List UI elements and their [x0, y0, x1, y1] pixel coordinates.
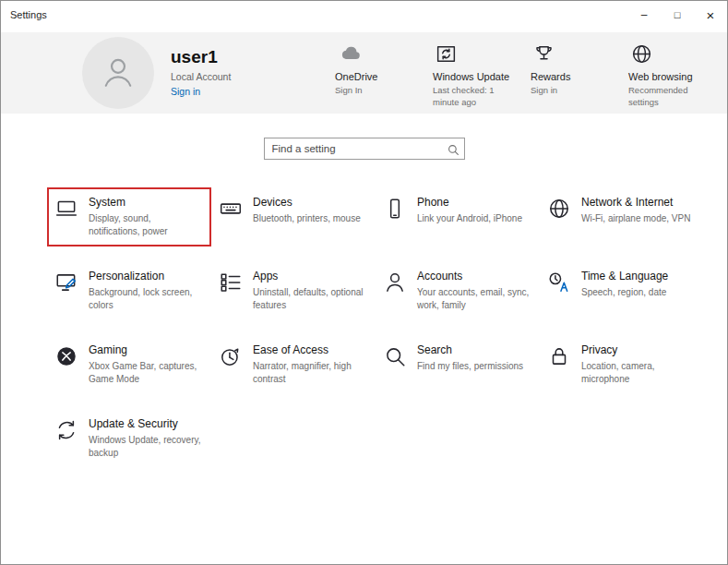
category-privacy[interactable]: Privacy Location, camera, microphone	[540, 335, 704, 394]
category-devices[interactable]: Devices Bluetooth, printers, mouse	[211, 187, 376, 246]
user-name: user1	[171, 47, 309, 67]
avatar[interactable]	[82, 37, 154, 109]
header-item-subtitle: Recommended settings	[628, 85, 717, 109]
window-controls: – □ ×	[627, 1, 727, 29]
category-title: System	[89, 196, 203, 209]
category-title: Accounts	[417, 270, 531, 282]
category-subtitle: Speech, region, date	[581, 286, 668, 299]
header-item-subtitle: Sign In	[335, 85, 363, 97]
header-item-onedrive[interactable]: OneDrive Sign In	[335, 38, 424, 109]
personalization-icon	[54, 270, 78, 298]
category-subtitle: Display, sound, notifications, power	[89, 212, 203, 238]
header-item-title: Windows Update	[433, 71, 509, 82]
maximize-button[interactable]: □	[661, 1, 694, 29]
ease-of-access-icon	[219, 343, 243, 372]
search-box	[264, 138, 465, 160]
privacy-icon	[547, 343, 571, 372]
close-button[interactable]: ×	[694, 1, 727, 29]
header-item-subtitle: Last checked: 1 minute ago	[433, 85, 521, 109]
header-item-windows-update[interactable]: Windows Update Last checked: 1 minute ag…	[433, 38, 521, 109]
web-browsing-globe-icon	[630, 38, 653, 66]
category-subtitle: Wi-Fi, airplane mode, VPN	[581, 212, 690, 225]
rewards-icon	[532, 38, 555, 66]
category-title: Network & Internet	[581, 196, 690, 209]
devices-icon	[219, 196, 243, 224]
window-title: Settings	[1, 9, 47, 20]
category-search[interactable]: Search Find my files, permissions	[376, 335, 540, 394]
user-block: user1 Local Account Sign in	[171, 47, 309, 99]
person-icon	[98, 51, 138, 95]
user-sign-in-link[interactable]: Sign in	[171, 86, 200, 97]
category-phone[interactable]: Phone Link your Android, iPhone	[376, 187, 540, 246]
category-title: Privacy	[581, 343, 696, 356]
settings-window: Settings – □ × user1 Local Account Sign …	[0, 0, 728, 565]
header-item-title: OneDrive	[335, 71, 377, 82]
titlebar: Settings – □ ×	[1, 1, 727, 29]
search-icon[interactable]	[448, 143, 459, 160]
category-time-language[interactable]: Time & Language Speech, region, date	[540, 261, 704, 320]
accounts-icon	[383, 270, 407, 298]
onedrive-cloud-icon	[337, 38, 364, 66]
category-title: Devices	[253, 196, 361, 209]
search-row	[1, 138, 727, 160]
phone-icon	[383, 196, 407, 224]
category-subtitle: Xbox Game Bar, captures, Game Mode	[89, 360, 203, 386]
category-subtitle: Background, lock screen, colors	[89, 286, 203, 312]
category-personalization[interactable]: Personalization Background, lock screen,…	[47, 261, 211, 320]
category-gaming[interactable]: Gaming Xbox Game Bar, captures, Game Mod…	[47, 335, 211, 394]
category-title: Apps	[253, 270, 367, 282]
time-language-icon	[547, 270, 571, 298]
category-subtitle: Bluetooth, printers, mouse	[253, 212, 361, 225]
header: user1 Local Account Sign in OneDrive Sig…	[1, 32, 727, 114]
category-accounts[interactable]: Accounts Your accounts, email, sync, wor…	[376, 261, 540, 320]
header-item-web-browsing[interactable]: Web browsing Recommended settings	[628, 38, 717, 109]
category-title: Phone	[417, 196, 522, 209]
category-subtitle: Location, camera, microphone	[581, 360, 696, 386]
category-title: Personalization	[89, 270, 203, 282]
windows-update-icon	[435, 38, 458, 66]
header-item-rewards[interactable]: Rewards Sign in	[531, 38, 619, 109]
header-quick-items: OneDrive Sign In Windows Update Last che…	[335, 38, 717, 109]
header-item-subtitle: Sign in	[531, 85, 557, 97]
network-internet-icon	[547, 196, 571, 224]
header-item-title: Web browsing	[628, 71, 693, 82]
category-system[interactable]: System Display, sound, notifications, po…	[47, 187, 211, 246]
category-title: Ease of Access	[253, 343, 367, 356]
category-subtitle: Your accounts, email, sync, work, family	[417, 286, 531, 312]
minimize-button[interactable]: –	[627, 1, 661, 29]
category-title: Time & Language	[581, 270, 668, 282]
category-apps[interactable]: Apps Uninstall, defaults, optional featu…	[211, 261, 376, 320]
category-network-internet[interactable]: Network & Internet Wi-Fi, airplane mode,…	[540, 187, 704, 246]
settings-grid: System Display, sound, notifications, po…	[47, 187, 727, 468]
system-icon	[54, 196, 78, 224]
category-subtitle: Uninstall, defaults, optional features	[253, 286, 367, 312]
category-subtitle: Find my files, permissions	[417, 360, 523, 373]
category-subtitle: Link your Android, iPhone	[417, 212, 522, 225]
category-title: Update & Security	[89, 417, 203, 430]
category-subtitle: Narrator, magnifier, high contrast	[253, 360, 367, 386]
apps-icon	[219, 270, 243, 298]
category-ease-of-access[interactable]: Ease of Access Narrator, magnifier, high…	[211, 335, 376, 394]
category-update-security[interactable]: Update & Security Windows Update, recove…	[47, 409, 211, 468]
gaming-icon	[54, 343, 78, 372]
category-title: Search	[417, 343, 523, 356]
update-security-icon	[54, 417, 78, 446]
category-title: Gaming	[89, 343, 203, 356]
account-type: Local Account	[171, 71, 309, 82]
search-input[interactable]	[265, 138, 464, 159]
category-subtitle: Windows Update, recovery, backup	[89, 434, 203, 460]
header-item-title: Rewards	[531, 71, 570, 82]
search-category-icon	[383, 343, 407, 372]
